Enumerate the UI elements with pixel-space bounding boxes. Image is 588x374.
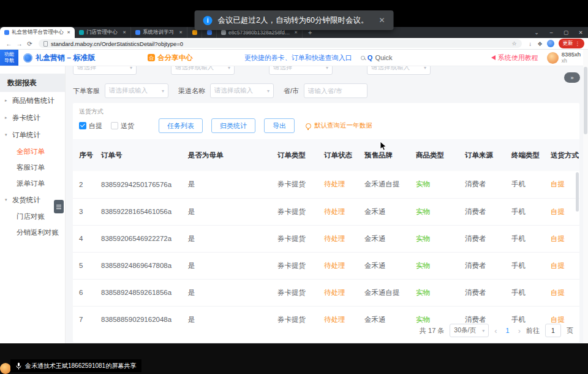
meeting-avatar[interactable]: [0, 363, 11, 374]
table-scrollbar-thumb[interactable]: [576, 172, 579, 212]
prev-page-button[interactable]: ‹: [494, 326, 497, 335]
chevron-down-icon: ▾: [228, 66, 230, 71]
back-icon[interactable]: ←: [4, 40, 14, 47]
tab-close-icon[interactable]: ✕: [123, 30, 126, 35]
current-page-button[interactable]: 1: [503, 327, 513, 334]
results-card: 送货方式 自提 送货 任务列表 归类统计 导出 默认查询近一年: [73, 103, 579, 342]
cell-order-no: 83859206546922272a: [95, 225, 182, 252]
maximize-button[interactable]: ▢: [559, 27, 573, 38]
table-scrollbar: [576, 172, 579, 323]
cell-is-mother: 是: [182, 279, 271, 306]
cell-order-type: 券卡提货: [271, 279, 318, 306]
close-button[interactable]: ✕: [573, 27, 588, 38]
download-icon[interactable]: ↓: [526, 40, 535, 47]
window-controls: ⌄ – ▢ ✕: [529, 27, 588, 38]
url-box[interactable]: standard.maboy.cn/OrderStatisticsDetail?…: [39, 39, 522, 48]
table-row[interactable]: 3 83859228165461056a 是 券卡提货 待处理 金禾通 实物 消…: [73, 198, 579, 225]
tab-search-icon[interactable]: ⌄: [529, 27, 544, 38]
channel-name-select[interactable]: 请选择或输入 ▾: [210, 83, 274, 98]
megaphone-icon: [491, 55, 496, 60]
brand-logo-icon: [23, 53, 32, 63]
cell-delivery: 自提: [545, 171, 579, 198]
tutorial-link[interactable]: 系统使用教程: [491, 53, 538, 63]
table-row[interactable]: 6 83858924859261856a 是 券卡提货 待处理 金禾通自提 实物…: [73, 279, 579, 306]
sidebar-item-order-stats[interactable]: ▾ 订单统计: [0, 126, 65, 143]
table-row[interactable]: 7 83858859029162048a 是 券卡提货 待处理 金禾通 实物 消…: [73, 306, 579, 324]
goto-page-input[interactable]: [545, 324, 561, 337]
cell-delivery: 自提: [545, 252, 579, 279]
tab-favicon: [207, 30, 212, 35]
sidebar-collapse-button[interactable]: [54, 200, 64, 213]
sidebar-item-coupon-stats[interactable]: ▸ 券卡统计: [0, 109, 65, 126]
toast-close-icon[interactable]: ✕: [379, 16, 385, 25]
pagination: 共 17 条 30条/页 ▾ ‹ 1 › 前往 页: [420, 324, 573, 337]
export-button[interactable]: 导出: [264, 118, 295, 133]
reload-icon[interactable]: ⟳: [24, 40, 35, 47]
sidebar: 数据报表 ▸ 商品销售统计 ▸ 券卡统计 ▾ 订单统计 全部订单 客服订单 派单…: [0, 66, 66, 343]
sidebar-item-rebate-reconciliation[interactable]: 分销返利对账: [0, 224, 65, 240]
cell-status: 待处理: [318, 225, 358, 252]
filter-select[interactable]: 请选择或输入 ▾: [171, 66, 235, 75]
sidebar-item-cs-orders[interactable]: 客服订单: [0, 159, 65, 175]
bookmark-star-icon[interactable]: ☆: [511, 40, 516, 47]
table-row[interactable]: 4 83859206546922272a 是 券卡提货 待处理 金禾通 实物 消…: [73, 225, 579, 252]
next-page-button[interactable]: ›: [518, 326, 521, 335]
sidebar-item-dispatch-orders[interactable]: 派单订单: [0, 175, 65, 191]
tab-favicon: [135, 30, 140, 35]
col-header-brand: 预售品牌: [358, 139, 410, 171]
expand-filters-button[interactable]: »: [564, 72, 580, 83]
tab-close-icon[interactable]: ✕: [179, 30, 183, 35]
cell-brand: 金禾通: [358, 252, 410, 279]
sidebar-item-label: 商品销售统计: [12, 96, 55, 105]
filter-select[interactable]: 请选择或输入 ▾: [367, 66, 431, 75]
tab-favicon: [192, 30, 197, 35]
task-list-button[interactable]: 任务列表: [159, 118, 203, 133]
filter-select[interactable]: 请选择 ▾: [73, 66, 137, 75]
browser-tab-active[interactable]: 礼盒营销平台管理中心 ✕: [0, 27, 75, 38]
table-row[interactable]: 5 83858924869647808a 是 券卡提货 待处理 金禾通 实物 消…: [73, 252, 579, 279]
quick-search[interactable]: Q Quick: [361, 54, 393, 61]
cell-order-type: 券卡提货: [271, 171, 318, 198]
forward-icon[interactable]: →: [14, 40, 24, 47]
browser-tab[interactable]: 门店管理中心 ✕: [75, 27, 131, 38]
browser-update-button[interactable]: 更新 ⋮: [559, 39, 585, 48]
function-nav-button[interactable]: 功能 导航: [0, 50, 18, 66]
cell-terminal: 手机: [505, 306, 545, 324]
app-header: 功能 导航 礼盒营销 – 标准版 合 合分享中心 更快捷的券卡、订单和快递查询入…: [0, 50, 588, 66]
select-placeholder: 请选择或输入: [175, 66, 214, 72]
user-menu[interactable]: 8385xh xh: [547, 52, 581, 64]
cell-delivery: 自提: [545, 225, 579, 252]
cell-no: 4: [73, 225, 95, 252]
quick-entry-link[interactable]: 更快捷的券卡、订单和快递查询入口: [244, 53, 352, 63]
share-center-link[interactable]: 合 合分享中心: [148, 53, 193, 63]
screen-share-indicator[interactable]: 金禾通技术王斌18662591081的屏幕共享: [10, 359, 141, 372]
page-scrollbar-thumb[interactable]: [584, 67, 587, 134]
table-row[interactable]: 2 83859294250176576a 是 券卡提货 待处理 金禾通自提 实物…: [73, 171, 579, 198]
delivery-checkbox[interactable]: 送货: [111, 121, 134, 131]
sidebar-item-product-sales[interactable]: ▸ 商品销售统计: [0, 92, 65, 109]
classified-stats-button[interactable]: 归类统计: [211, 118, 255, 133]
tab-favicon: [4, 30, 9, 35]
page-size-select[interactable]: 30条/页 ▾: [450, 324, 489, 337]
minimize-button[interactable]: –: [544, 27, 559, 38]
tutorial-label: 系统使用教程: [498, 53, 538, 63]
filter-select[interactable]: 请选择 ▾: [269, 66, 333, 75]
tab-close-icon[interactable]: ✕: [67, 30, 70, 35]
table-body: 2 83859294250176576a 是 券卡提货 待处理 金禾通自提 实物…: [73, 171, 579, 324]
order-agent-select[interactable]: 请选择或输入 ▾: [105, 83, 168, 98]
extensions-icon[interactable]: ❖: [535, 40, 545, 47]
select-placeholder: 请选择: [273, 66, 293, 72]
cell-no: 2: [73, 171, 95, 198]
cell-is-mother: 是: [182, 306, 271, 324]
screen: i 会议已超过2人，自动转为60分钟限时会议。 ✕ 礼盒营销平台管理中心 ✕ 门…: [0, 0, 588, 374]
browser-profile-avatar[interactable]: [547, 40, 554, 47]
cell-order-no: 83859294250176576a: [95, 171, 182, 198]
browser-tab[interactable]: 系统培训学习 ✕: [131, 27, 187, 38]
checkbox-label: 自提: [89, 121, 102, 131]
page-scrollbar: [583, 50, 588, 343]
self-pickup-checkbox[interactable]: 自提: [79, 121, 102, 131]
tab-title: 门店管理中心: [86, 29, 120, 36]
tab-close-icon[interactable]: ✕: [294, 30, 298, 35]
province-city-input[interactable]: [304, 83, 368, 98]
sidebar-item-all-orders[interactable]: 全部订单: [0, 143, 65, 159]
